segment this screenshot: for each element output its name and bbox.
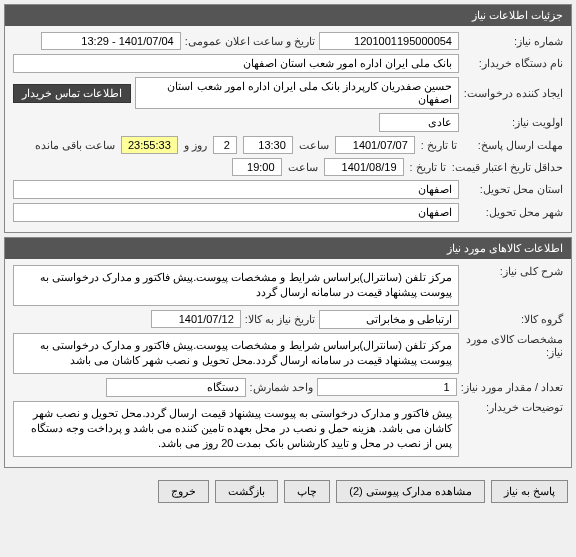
print-button[interactable]: چاپ (284, 480, 330, 503)
buyer-value: بانک ملی ایران اداره امور شعب استان اصفه… (13, 54, 459, 73)
group-date-value: 1401/07/12 (151, 310, 241, 328)
deadline-days-label: روز و (184, 139, 207, 152)
announce-value: 1401/07/04 - 13:29 (41, 32, 181, 50)
priority-label: اولویت نیاز: (463, 116, 563, 129)
panel1-title: جزئیات اطلاعات نیاز (5, 5, 571, 26)
unit-value: دستگاه (106, 378, 246, 397)
deadline-label: مهلت ارسال پاسخ: (463, 139, 563, 152)
deadline-remain-label: ساعت باقی مانده (35, 139, 115, 152)
delivery-prov-label: استان محل تحویل: (463, 183, 563, 196)
contact-buyer-button[interactable]: اطلاعات تماس خریدار (13, 84, 131, 103)
min-validity-to-label: تا تاریخ : (410, 161, 446, 174)
panel2-title: اطلاعات کالاهای مورد نیاز (5, 238, 571, 259)
footer-toolbar: پاسخ به نیاز مشاهده مدارک پیوستی (2) چاپ… (0, 472, 576, 511)
notes-value: پیش فاکتور و مدارک درخواستی به پیوست پیش… (13, 401, 459, 457)
deadline-time-label: ساعت (299, 139, 329, 152)
exit-button[interactable]: خروج (158, 480, 209, 503)
spec-value: مرکز تلفن (سانترال)براساس شرایط و مشخصات… (13, 333, 459, 374)
qty-value: 1 (317, 378, 457, 396)
view-attachments-button[interactable]: مشاهده مدارک پیوستی (2) (336, 480, 485, 503)
desc-value: مرکز تلفن (سانترال)براساس شرایط و مشخصات… (13, 265, 459, 306)
goods-info-panel: اطلاعات کالاهای مورد نیاز شرح کلی نیاز: … (4, 237, 572, 468)
respond-button[interactable]: پاسخ به نیاز (491, 480, 568, 503)
deadline-countdown: 23:55:33 (121, 136, 178, 154)
need-details-panel: جزئیات اطلاعات نیاز شماره نیاز: 12010011… (4, 4, 572, 233)
min-validity-date: 1401/08/19 (324, 158, 404, 176)
back-button[interactable]: بازگشت (215, 480, 278, 503)
deadline-date: 1401/07/07 (335, 136, 415, 154)
group-date-label: تاریخ نیاز به کالا: (245, 313, 315, 326)
deadline-to-label: تا تاریخ : (421, 139, 457, 152)
min-validity-time-label: ساعت (288, 161, 318, 174)
deadline-days: 2 (213, 136, 237, 154)
panel1-body: شماره نیاز: 1201001195000054 تاریخ و ساع… (5, 26, 571, 232)
panel2-body: شرح کلی نیاز: مرکز تلفن (سانترال)براساس … (5, 259, 571, 467)
min-validity-label: حداقل تاریخ اعتبار قیمت: (452, 161, 563, 174)
delivery-city-value: اصفهان (13, 203, 459, 222)
creator-value: حسین صفدریان کارپرداز بانک ملی ایران ادا… (135, 77, 459, 109)
announce-label: تاریخ و ساعت اعلان عمومی: (185, 35, 315, 48)
qty-label: تعداد / مقدار مورد نیاز: (461, 381, 563, 394)
deadline-time: 13:30 (243, 136, 293, 154)
unit-label: واحد شمارش: (250, 381, 313, 394)
notes-label: توضیحات خریدار: (463, 401, 563, 414)
spec-label: مشخصات کالای مورد نیاز: (463, 333, 563, 359)
delivery-city-label: شهر محل تحویل: (463, 206, 563, 219)
creator-label: ایجاد کننده درخواست: (463, 87, 563, 100)
req-no-label: شماره نیاز: (463, 35, 563, 48)
group-value: ارتباطی و مخابراتی (319, 310, 459, 329)
min-validity-time: 19:00 (232, 158, 282, 176)
req-no-value: 1201001195000054 (319, 32, 459, 50)
desc-label: شرح کلی نیاز: (463, 265, 563, 278)
buyer-label: نام دستگاه خریدار: (463, 57, 563, 70)
priority-value: عادی (379, 113, 459, 132)
group-label: گروه کالا: (463, 313, 563, 326)
delivery-prov-value: اصفهان (13, 180, 459, 199)
